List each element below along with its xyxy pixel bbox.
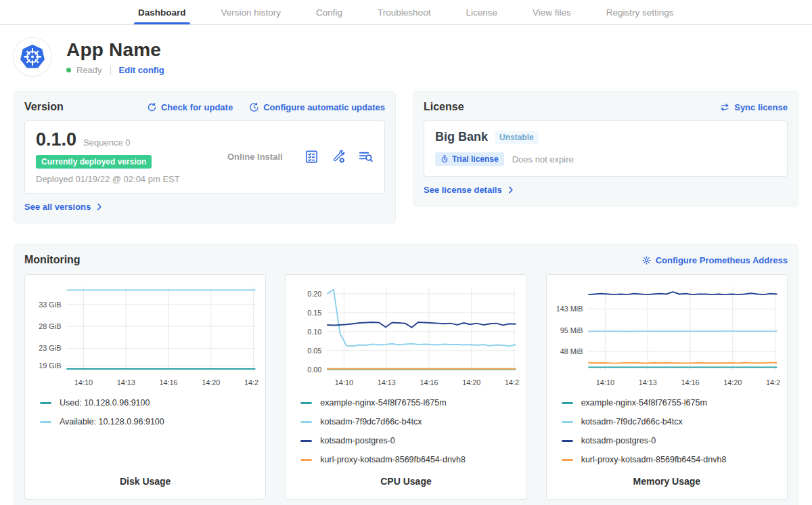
trial-license-badge: Trial license: [435, 152, 504, 166]
svg-text:14:13: 14:13: [638, 378, 656, 387]
cpu-usage-title: CPU Usage: [292, 466, 519, 487]
refresh-icon: [147, 102, 157, 112]
svg-text:14:16: 14:16: [420, 378, 438, 387]
legend-swatch: [562, 421, 573, 423]
svg-text:33 GiB: 33 GiB: [39, 301, 61, 309]
app-header: App Name Ready Edit config: [14, 38, 798, 76]
svg-text:0.10: 0.10: [308, 328, 322, 336]
monitoring-panel: Monitoring Configure Prometheus Address …: [14, 244, 798, 505]
edit-config-button[interactable]: [331, 149, 346, 164]
sync-license-link[interactable]: Sync license: [719, 102, 788, 112]
memory-usage-chart: 143 MiB95 MiB48 MiB14:1014:1314:1614:201…: [554, 282, 780, 390]
svg-text:95 MiB: 95 MiB: [560, 326, 583, 334]
configure-automatic-updates-link[interactable]: Configure automatic updates: [249, 102, 385, 112]
divider: [110, 65, 111, 75]
license-card: License Sync license Big Bank Unstable: [413, 91, 798, 206]
legend-label: kotsadm-7f9dc7d66c-b4tcx: [581, 417, 683, 426]
channel-badge: Unstable: [495, 131, 539, 144]
top-nav-tabs: DashboardVersion historyConfigTroublesho…: [0, 0, 812, 25]
cpu-usage-chart-card: 0.200.150.100.050.0014:1014:1314:1614:20…: [285, 274, 526, 500]
legend-item: example-nginx-54f8f76755-l675m: [300, 397, 519, 410]
gear-icon: [641, 255, 652, 265]
svg-text:0.05: 0.05: [308, 347, 322, 355]
version-card: Version Check for update Configure au: [14, 91, 396, 223]
legend-swatch: [300, 459, 312, 461]
checklist-icon: [304, 149, 319, 164]
app-title: App Name: [66, 39, 164, 61]
app-header-text: App Name Ready Edit config: [66, 39, 164, 75]
tab-config[interactable]: Config: [298, 0, 360, 24]
svg-text:14:13: 14:13: [378, 378, 396, 387]
legend-label: Used: 10.128.0.96:9100: [60, 398, 150, 408]
memory-usage-chart-card: 143 MiB95 MiB48 MiB14:1014:1314:1614:201…: [546, 274, 788, 500]
legend-swatch: [40, 402, 51, 404]
version-number: 0.1.0: [36, 129, 76, 150]
edit-config-link[interactable]: Edit config: [119, 65, 164, 75]
tab-registry-settings[interactable]: Registry settings: [589, 0, 692, 24]
svg-text:28 GiB: 28 GiB: [39, 322, 61, 330]
svg-text:0.15: 0.15: [308, 309, 322, 317]
see-license-details-link[interactable]: See license details: [424, 185, 515, 195]
legend-item: kurl-proxy-kotsadm-8569fb6454-dnvh8: [562, 454, 780, 466]
legend-item: kotsadm-7f9dc7d66c-b4tcx: [300, 416, 519, 429]
legend-swatch: [300, 421, 312, 423]
svg-text:14:20: 14:20: [202, 378, 220, 387]
tab-license[interactable]: License: [448, 0, 515, 24]
legend-swatch: [300, 440, 312, 442]
svg-text:143 MiB: 143 MiB: [556, 305, 583, 313]
check-for-update-link[interactable]: Check for update: [147, 102, 233, 112]
svg-text:48 MiB: 48 MiB: [560, 347, 583, 355]
deployed-version-row: 0.1.0 Sequence 0 Currently deployed vers…: [24, 120, 385, 194]
charts-row: 33 GiB28 GiB23 GiB19 GiB14:1014:1314:161…: [24, 274, 788, 500]
customer-name: Big Bank: [435, 130, 488, 144]
license-summary-row: Big Bank Unstable Trial license Does not…: [424, 120, 788, 177]
legend-item: kurl-proxy-kotsadm-8569fb6454-dnvh8: [300, 454, 519, 466]
cpu-usage-chart: 0.200.150.100.050.0014:1014:1314:1614:20…: [292, 282, 519, 390]
svg-text:14:10: 14:10: [74, 378, 93, 387]
kubernetes-logo-icon: [14, 38, 51, 76]
svg-text:23 GiB: 23 GiB: [39, 344, 61, 352]
svg-text:14:23: 14:23: [766, 378, 780, 387]
deployed-status-badge: Currently deployed version: [36, 155, 152, 169]
status-label: Ready: [76, 65, 102, 75]
lines-magnifier-icon: [358, 149, 374, 164]
view-diff-button[interactable]: [358, 149, 374, 164]
svg-text:14:23: 14:23: [244, 378, 258, 387]
tab-version-history[interactable]: Version history: [204, 0, 299, 24]
legend-swatch: [300, 402, 312, 404]
legend-item: example-nginx-54f8f76755-l675m: [562, 397, 780, 410]
chevron-right-icon: [506, 185, 515, 194]
preflight-checks-button[interactable]: [304, 149, 319, 164]
sync-arrows-icon: [719, 102, 730, 112]
cpu-usage-legend: example-nginx-54f8f76755-l675mkotsadm-7f…: [292, 397, 519, 466]
license-expiry-text: Does not expire: [512, 154, 574, 164]
disk-usage-chart: 33 GiB28 GiB23 GiB19 GiB14:1014:1314:161…: [32, 282, 258, 390]
install-type-label: Online Install: [188, 152, 304, 162]
legend-label: kotsadm-postgres-0: [581, 436, 656, 445]
legend-item: Used: 10.128.0.96:9100: [40, 397, 258, 410]
svg-text:14:10: 14:10: [335, 378, 353, 387]
legend-label: kurl-proxy-kotsadm-8569fb6454-dnvh8: [581, 455, 727, 464]
disk-usage-chart-card: 33 GiB28 GiB23 GiB19 GiB14:1014:1314:161…: [24, 274, 266, 500]
deployed-timestamp: Deployed 01/19/22 @ 02:04 pm EST: [36, 174, 188, 184]
wrench-gear-icon: [331, 149, 346, 164]
legend-label: example-nginx-54f8f76755-l675m: [320, 398, 446, 408]
memory-usage-legend: example-nginx-54f8f76755-l675mkotsadm-7f…: [554, 397, 780, 466]
configure-prometheus-link[interactable]: Configure Prometheus Address: [641, 255, 788, 265]
svg-text:14:16: 14:16: [159, 378, 177, 387]
status-ready-dot: [66, 68, 71, 72]
legend-label: example-nginx-54f8f76755-l675m: [581, 398, 707, 408]
legend-swatch: [562, 402, 573, 404]
svg-text:14:13: 14:13: [117, 378, 135, 387]
tab-dashboard[interactable]: Dashboard: [120, 0, 204, 24]
see-all-versions-link[interactable]: See all versions: [24, 202, 104, 212]
svg-text:14:20: 14:20: [463, 378, 481, 387]
tab-troubleshoot[interactable]: Troubleshoot: [360, 0, 448, 24]
tab-view-files[interactable]: View files: [515, 0, 589, 24]
stopwatch-icon: [441, 155, 449, 163]
legend-label: kotsadm-7f9dc7d66c-b4tcx: [320, 417, 422, 426]
legend-item: kotsadm-7f9dc7d66c-b4tcx: [562, 416, 780, 429]
legend-label: Available: 10.128.0.96:9100: [60, 417, 164, 426]
svg-text:14:20: 14:20: [723, 378, 742, 387]
license-card-title: License: [424, 101, 464, 113]
